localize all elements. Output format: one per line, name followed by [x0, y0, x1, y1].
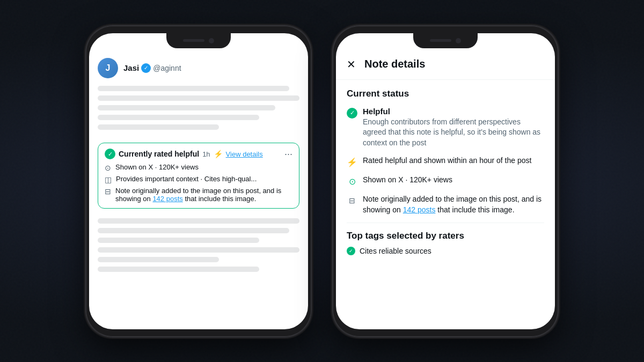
avatar-image: J — [98, 58, 118, 78]
detail-posts-link[interactable]: 142 posts — [403, 205, 436, 214]
top-tags-title: Top tags selected by raters — [347, 231, 544, 241]
tweet-footer-placeholder — [89, 214, 308, 272]
notes-time: 1h — [202, 150, 210, 158]
context-row: ◫ Provides important context · Cites hig… — [105, 175, 292, 184]
verified-badge: ✓ — [141, 63, 151, 73]
context-icon: ◫ — [105, 175, 112, 184]
helpful-status-item: ✓ Helpful Enough contributors from diffe… — [347, 107, 544, 149]
left-phone: J Jasi ✓ @aginnt — [86, 26, 311, 337]
image-note-status-item: ⊟ Note originally added to the image on … — [347, 194, 544, 215]
avatar: J — [98, 58, 118, 78]
shown-on-detail: Shown on X · 120K+ views — [363, 175, 452, 186]
tag-check-icon: ✓ — [347, 247, 355, 255]
close-button[interactable]: ✕ — [347, 58, 356, 71]
tag-item-1: ✓ Cites reliable sources — [347, 247, 544, 255]
note-details-title: Note details — [364, 58, 425, 70]
community-notes-box: ✓ Currently rated helpful 1h ⚡ View deta… — [98, 143, 299, 209]
more-button[interactable]: ··· — [284, 149, 292, 160]
current-status-title: Current status — [347, 88, 544, 99]
eye-icon: ⊙ — [105, 164, 111, 172]
posts-link[interactable]: 142 posts — [152, 195, 182, 203]
lightning-icon: ⚡ — [214, 150, 223, 158]
tweet-body-placeholder — [89, 84, 308, 141]
image-note-detail-icon: ⊟ — [347, 195, 357, 206]
notes-status-label: Currently rated helpful — [119, 150, 199, 158]
view-details-link[interactable]: View details — [226, 150, 263, 158]
context-text: Provides important context · Cites high-… — [116, 175, 257, 183]
note-details-content: Current status ✓ Helpful Enough contribu… — [336, 80, 555, 268]
shown-on-icon: ⊙ — [347, 176, 357, 187]
image-note-text: Note originally added to the image on th… — [115, 187, 292, 203]
tag-label-1: Cites reliable sources — [360, 247, 431, 255]
lightning-desc: Rated helpful and shown within an hour o… — [363, 156, 531, 166]
shown-on-status-item: ⊙ Shown on X · 120K+ views — [347, 175, 544, 187]
green-check-icon: ✓ — [105, 149, 115, 159]
tweet-header: J Jasi ✓ @aginnt — [89, 50, 308, 84]
image-icon: ⊟ — [105, 187, 111, 196]
note-details-header: ✕ Note details — [336, 50, 555, 80]
tweet-handle: @aginnt — [153, 64, 181, 72]
shown-on-row: ⊙ Shown on X · 120K+ views — [105, 163, 292, 172]
lightning-detail-icon: ⚡ — [347, 157, 357, 167]
image-note-detail-text: Note originally added to the image on th… — [363, 194, 544, 215]
image-note-row: ⊟ Note originally added to the image on … — [105, 187, 292, 203]
helpful-label: Helpful — [363, 107, 544, 116]
helpful-check-icon: ✓ — [347, 108, 357, 119]
helpful-desc: Enough contributors from different persp… — [363, 117, 544, 149]
lightning-status-item: ⚡ Rated helpful and shown within an hour… — [347, 156, 544, 167]
tweet-username: Jasi — [123, 63, 139, 72]
right-phone: ✕ Note details Current status ✓ Helpful … — [333, 26, 558, 337]
shown-on-text: Shown on X · 120K+ views — [115, 163, 199, 171]
section-divider — [347, 223, 544, 223]
